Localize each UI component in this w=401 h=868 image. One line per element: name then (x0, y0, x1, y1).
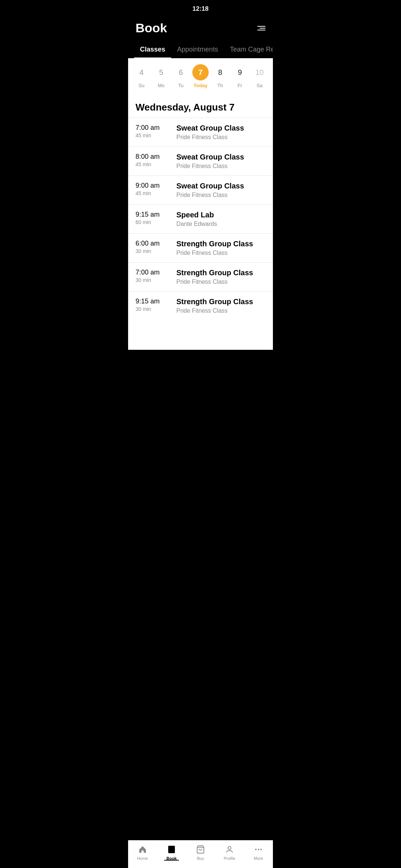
tab-classes[interactable]: Classes (134, 41, 171, 58)
class-info-0: Sweat Group Class Pride Fitness Class (176, 124, 265, 141)
tab-appointments[interactable]: Appointments (171, 41, 224, 58)
class-time-4: 6:00 am 30 min (136, 240, 176, 254)
class-info-4: Strength Group Class Pride Fitness Class (176, 240, 265, 256)
day-number-5: 5 (153, 64, 169, 80)
class-item-4[interactable]: 6:00 am 30 min Strength Group Class Prid… (128, 233, 273, 262)
day-number-6: 6 (173, 64, 189, 80)
day-monday[interactable]: 5 Mo (152, 64, 170, 88)
day-label-mo: Mo (158, 83, 164, 88)
day-label-fr: Fr (238, 83, 242, 88)
class-item-5[interactable]: 7:00 am 30 min Strength Group Class Prid… (128, 262, 273, 291)
tab-team-cage-rental[interactable]: Team Cage Rental (224, 41, 273, 58)
class-info-5: Strength Group Class Pride Fitness Class (176, 269, 265, 285)
content-area: Wednesday, August 7 7:00 am 45 min Sweat… (128, 94, 273, 350)
day-label-sa: Sa (257, 83, 263, 88)
day-number-8: 8 (212, 64, 228, 80)
day-friday[interactable]: 9 Fr (231, 64, 249, 88)
day-number-9: 9 (232, 64, 248, 80)
class-item-3[interactable]: 9:15 am 60 min Speed Lab Dante Edwards (128, 204, 273, 233)
class-info-2: Sweat Group Class Pride Fitness Class (176, 182, 265, 198)
day-saturday[interactable]: 10 Sa (251, 64, 268, 88)
day-thursday[interactable]: 8 Th (211, 64, 229, 88)
class-item-6[interactable]: 9:15 am 30 min Strength Group Class Prid… (128, 291, 273, 320)
class-info-3: Speed Lab Dante Edwards (176, 211, 265, 227)
class-info-6: Strength Group Class Pride Fitness Class (176, 297, 265, 314)
page-title: Book (136, 21, 167, 35)
day-label-today: Today (193, 83, 207, 88)
class-time-3: 9:15 am 60 min (136, 211, 176, 225)
class-item-1[interactable]: 8:00 am 45 min Sweat Group Class Pride F… (128, 147, 273, 175)
day-label-su: Su (138, 83, 144, 88)
class-time-6: 9:15 am 30 min (136, 297, 176, 312)
day-label-tu: Tu (178, 83, 184, 88)
calendar-strip: 4 Su 5 Mo 6 Tu 7 Today 8 Th 9 Fr 10 Sa (128, 58, 273, 94)
day-number-10: 10 (251, 64, 268, 80)
class-time-0: 7:00 am 45 min (136, 124, 176, 138)
day-label-th: Th (217, 83, 223, 88)
status-bar: 12:18 (128, 0, 273, 18)
filter-button[interactable] (257, 26, 265, 30)
class-time-1: 8:00 am 45 min (136, 153, 176, 167)
day-sunday[interactable]: 4 Su (133, 64, 150, 88)
day-today[interactable]: 7 Today (192, 64, 209, 88)
class-time-2: 9:00 am 45 min (136, 182, 176, 196)
day-number-4: 4 (133, 64, 150, 80)
header: Book (128, 18, 273, 41)
filter-icon (257, 26, 265, 30)
filter-bar-3 (257, 30, 265, 30)
class-time-5: 7:00 am 30 min (136, 269, 176, 283)
filter-bar-2 (260, 28, 265, 29)
status-time: 12:18 (192, 5, 208, 13)
class-item-2[interactable]: 9:00 am 45 min Sweat Group Class Pride F… (128, 175, 273, 204)
tab-bar: Classes Appointments Team Cage Rental (128, 41, 273, 58)
filter-bar-1 (257, 26, 265, 27)
day-tuesday[interactable]: 6 Tu (172, 64, 190, 88)
date-heading: Wednesday, August 7 (128, 94, 273, 118)
class-info-1: Sweat Group Class Pride Fitness Class (176, 153, 265, 170)
day-number-7: 7 (192, 64, 209, 80)
class-list: 7:00 am 45 min Sweat Group Class Pride F… (128, 118, 273, 320)
class-item-0[interactable]: 7:00 am 45 min Sweat Group Class Pride F… (128, 118, 273, 147)
